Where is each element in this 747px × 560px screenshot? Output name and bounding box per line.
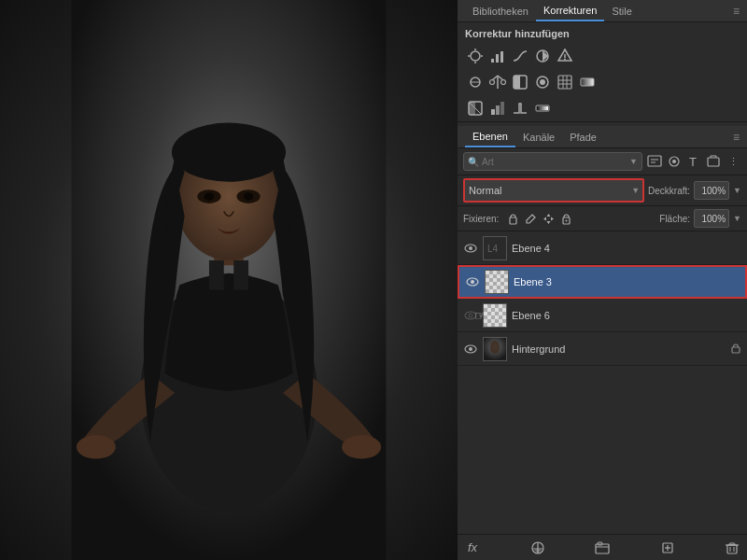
opacity-input[interactable] (694, 181, 729, 200)
svg-point-9 (204, 192, 215, 200)
right-panel: Bibliotheken Korrekturen Stile ≡ Korrekt… (458, 0, 747, 560)
fill-arrow-icon[interactable]: ▼ (733, 214, 741, 223)
layer-search-input[interactable] (482, 157, 627, 167)
fx-button[interactable]: fx (463, 539, 482, 557)
svg-rect-36 (558, 76, 571, 89)
svg-point-30 (490, 80, 495, 85)
eye-icon-hintergrund[interactable] (463, 342, 478, 357)
layer-toolbar-icons: T ⋮ (646, 153, 741, 170)
more-options-icon[interactable]: ⋮ (725, 153, 741, 170)
svg-rect-19 (496, 54, 499, 63)
adjustments-header: Korrektur hinzufügen (458, 22, 747, 43)
panel-tabs: Bibliotheken Korrekturen Stile ≡ (458, 0, 747, 22)
layer-name-ebene6: Ebene 6 (512, 310, 741, 321)
lock-move-icon[interactable] (541, 211, 556, 226)
svg-rect-78 (732, 347, 740, 353)
tab-kanaele[interactable]: Kanäle (515, 128, 562, 147)
blend-mode-select-wrap[interactable]: Normal Auflösen Abdunkeln Multiplizieren… (463, 178, 644, 203)
layer-item-hintergrund[interactable]: Hintergrund (458, 332, 747, 366)
svg-rect-41 (581, 78, 594, 86)
colorbalance-icon[interactable] (487, 72, 508, 92)
layer-name-hintergrund: Hintergrund (512, 343, 726, 355)
blend-mode-select[interactable]: Normal Auflösen Abdunkeln Multiplizieren (465, 180, 642, 201)
lock-brush-icon[interactable] (523, 211, 538, 226)
colorgr-icon[interactable] (577, 72, 598, 92)
svg-rect-85 (727, 545, 737, 553)
tab-korrekturen[interactable]: Korrekturen (536, 1, 604, 21)
svg-point-65 (565, 219, 567, 221)
layer-item-ebene4[interactable]: L4 Ebene 4 (458, 231, 747, 265)
eye-icon-ebene3[interactable] (465, 274, 480, 289)
svg-rect-11 (209, 260, 224, 290)
svg-point-13 (471, 51, 480, 61)
search-dropdown-icon[interactable]: ▼ (629, 157, 638, 166)
photofilter-icon[interactable] (532, 72, 553, 92)
svg-rect-33 (514, 76, 520, 89)
fixieren-label: Fixieren: (463, 214, 499, 224)
lock-transparency-icon[interactable] (505, 211, 520, 226)
svg-marker-63 (551, 217, 554, 220)
tab-ebenen[interactable]: Ebenen (465, 127, 515, 147)
layer-settings-icon[interactable] (666, 153, 683, 170)
fill-input[interactable] (694, 209, 729, 228)
layer-name-ebene3: Ebene 3 (514, 276, 740, 287)
svg-point-53 (672, 160, 676, 163)
svg-rect-45 (496, 105, 500, 115)
channelmixer-icon[interactable] (555, 72, 575, 92)
vibrance-icon[interactable] (555, 46, 575, 66)
canvas-area (0, 0, 458, 560)
invert-icon[interactable] (465, 98, 486, 119)
tab-bibliotheken[interactable]: Bibliotheken (465, 2, 536, 21)
tab-stile[interactable]: Stile (604, 2, 639, 21)
new-fill-adjustment-icon[interactable] (529, 539, 547, 557)
lock-all-icon[interactable] (558, 211, 573, 226)
levels-icon[interactable] (487, 46, 508, 66)
threshold-icon[interactable] (510, 98, 530, 119)
svg-point-6 (172, 123, 286, 182)
posterize-icon[interactable] (487, 98, 508, 119)
curves-icon[interactable] (510, 46, 530, 66)
exposure-icon[interactable] (532, 46, 553, 66)
svg-rect-48 (537, 106, 548, 110)
panel-close-icon[interactable]: ≡ (733, 5, 740, 18)
svg-rect-12 (233, 260, 248, 290)
svg-rect-20 (500, 51, 503, 63)
layers-panel: Ebenen Kanäle Pfade ≡ 🔍 ▼ T (458, 126, 747, 560)
blackwhite-icon[interactable] (510, 72, 530, 92)
layer-item-ebene6[interactable]: Ebene 6 ☞ (458, 299, 747, 332)
layers-toolbar: 🔍 ▼ T ⋮ (458, 148, 747, 175)
layer-item-ebene3[interactable]: Ebene 3 (458, 265, 747, 299)
svg-point-3 (342, 435, 381, 458)
brightness-contrast-icon[interactable] (465, 46, 486, 66)
eye-icon-ebene4[interactable] (463, 241, 478, 256)
layer-search-box[interactable]: 🔍 ▼ (463, 152, 642, 171)
svg-marker-60 (546, 214, 550, 217)
new-image-icon[interactable] (646, 153, 663, 170)
fill-row: Fixieren: Fläche: ▼ (458, 206, 747, 231)
adjustments-panel: Bibliotheken Korrekturen Stile ≡ Korrekt… (458, 0, 747, 122)
adjustments-icons-row-2 (458, 69, 747, 95)
svg-rect-87 (729, 543, 735, 545)
svg-point-10 (244, 192, 254, 200)
svg-text:T: T (689, 155, 697, 169)
fill-label: Fläche: (659, 214, 690, 224)
layers-close-icon[interactable]: ≡ (733, 131, 740, 144)
svg-rect-46 (500, 102, 504, 115)
delete-layer-icon[interactable] (723, 539, 741, 557)
svg-rect-55 (708, 158, 719, 166)
search-icon: 🔍 (468, 157, 479, 167)
gradient-map-icon[interactable] (532, 98, 553, 119)
smart-object-icon[interactable] (705, 153, 722, 170)
new-group-icon[interactable] (593, 539, 612, 557)
svg-point-2 (77, 435, 116, 458)
svg-rect-49 (648, 156, 661, 166)
svg-point-75 (469, 347, 472, 351)
svg-point-31 (501, 80, 506, 85)
tab-pfade[interactable]: Pfade (562, 128, 604, 147)
opacity-label: Deckkraft: (648, 186, 690, 196)
svg-text:L4: L4 (487, 244, 499, 254)
opacity-arrow-icon[interactable]: ▼ (733, 186, 741, 195)
hsl-icon[interactable] (465, 72, 486, 92)
text-icon[interactable]: T (685, 153, 702, 170)
new-layer-icon[interactable] (658, 539, 677, 557)
